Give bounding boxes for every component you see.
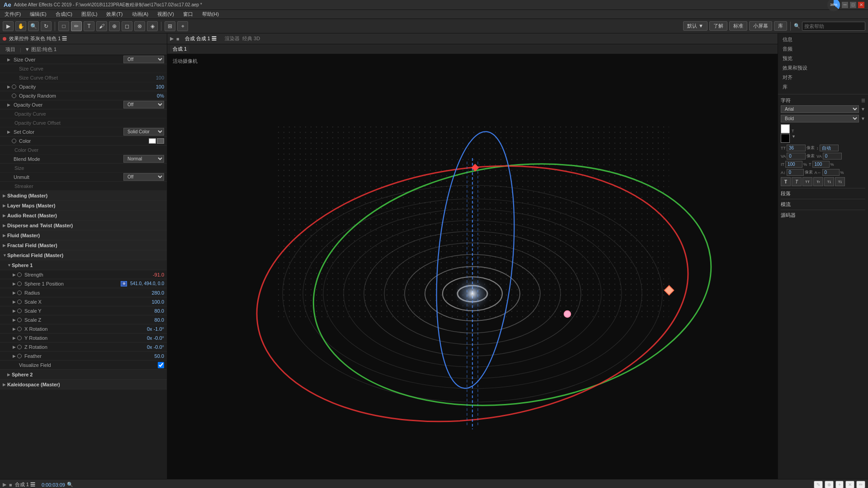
super-btn[interactable]: T1 bbox=[824, 177, 834, 186]
prop-visualize[interactable]: Visualize Field bbox=[0, 361, 167, 370]
prop-x-rotation[interactable]: ▶ X Rotation 0x -1.0° bbox=[0, 324, 167, 333]
tool-rotation[interactable]: ↻ bbox=[41, 21, 52, 31]
baseline-input[interactable] bbox=[787, 169, 804, 176]
smallcaps-btn[interactable]: Tr bbox=[813, 177, 823, 186]
tool-motion[interactable]: ⌖ bbox=[177, 21, 188, 31]
stopwatch-yrot[interactable] bbox=[17, 336, 22, 340]
prop-blend-mode[interactable]: Blend Mode Normal bbox=[0, 155, 167, 164]
prop-set-color[interactable]: ▶ Set Color Solid Color bbox=[0, 127, 167, 136]
section-fractal[interactable]: ▶ Fractal Field (Master) bbox=[0, 240, 167, 250]
kerning-input[interactable] bbox=[787, 153, 806, 160]
learn-button[interactable]: 了解 bbox=[709, 21, 727, 31]
menu-view[interactable]: 视图(V) bbox=[156, 10, 176, 19]
menu-animation[interactable]: 动画(A) bbox=[130, 10, 151, 19]
stopwatch-feather[interactable] bbox=[17, 354, 22, 358]
sub-btn[interactable]: T1 bbox=[835, 177, 845, 186]
tool-pen[interactable]: ✏ bbox=[71, 21, 82, 31]
tab-library[interactable]: 库 bbox=[781, 83, 865, 91]
prop-opacity-random[interactable]: Opacity Random 0% bbox=[0, 91, 167, 100]
section-audio-react[interactable]: ▶ Audio React (Master) bbox=[0, 211, 167, 221]
tl-current-time[interactable]: 0:00:03:09 bbox=[42, 482, 65, 488]
stopwatch-radius[interactable] bbox=[17, 291, 22, 295]
prop-radius[interactable]: ▶ Radius 280.0 bbox=[0, 288, 167, 297]
tool-brush[interactable]: 🖌 bbox=[96, 21, 107, 31]
stroke-color-swatch[interactable] bbox=[781, 134, 790, 143]
tool-shape[interactable]: □ bbox=[58, 21, 69, 31]
stopwatch-scalex[interactable] bbox=[17, 300, 22, 304]
char-panel-expand[interactable]: ☰ bbox=[861, 98, 865, 103]
section-kaleidospace[interactable]: ▶ Kaleidospace (Master) bbox=[0, 380, 167, 389]
stopwatch-scalez[interactable] bbox=[17, 318, 22, 322]
size-over-dropdown[interactable]: Off bbox=[123, 56, 164, 63]
stopwatch-color[interactable] bbox=[12, 139, 16, 143]
prop-unmult[interactable]: Unmult Off bbox=[0, 173, 167, 182]
font-size-input[interactable] bbox=[787, 145, 806, 151]
color-swatch-dark[interactable] bbox=[157, 138, 164, 144]
stopwatch-opacity[interactable] bbox=[12, 84, 16, 89]
tl-search-icon[interactable]: 🔍 bbox=[67, 482, 73, 488]
stopwatch-opacity-random[interactable] bbox=[12, 94, 16, 98]
tl-solo-btn[interactable]: ⊕ bbox=[825, 481, 834, 488]
tab-project[interactable]: 项目 bbox=[3, 45, 18, 54]
tab-comp-main[interactable]: 合成 合成 1 ☰ bbox=[182, 34, 219, 43]
menu-edit[interactable]: 编辑(E) bbox=[28, 10, 48, 19]
section-sphere1[interactable]: ▼ Sphere 1 bbox=[0, 260, 167, 270]
tool-align[interactable]: ⊞ bbox=[165, 21, 175, 31]
library-button[interactable]: 库 bbox=[774, 21, 787, 31]
tl-delete-btn[interactable]: ✕ bbox=[845, 481, 854, 488]
prop-scale-z[interactable]: ▶ Scale Z 80.0 bbox=[0, 315, 167, 324]
prop-color[interactable]: Color bbox=[0, 136, 167, 145]
help-search-input[interactable] bbox=[802, 22, 865, 31]
prop-strength[interactable]: ▶ Strength -91.0 bbox=[0, 270, 167, 279]
prop-scale-x[interactable]: ▶ Scale X 100.0 bbox=[0, 297, 167, 306]
tab-effects-presets[interactable]: 效果和预设 bbox=[781, 64, 865, 72]
prop-size-over[interactable]: ▶ Size Over Off bbox=[0, 55, 167, 64]
tool-select[interactable]: ▶ bbox=[3, 21, 14, 31]
opacity-over-dropdown[interactable]: Off bbox=[123, 101, 164, 108]
prop-z-rotation[interactable]: ▶ Z Rotation 0x -0.0° bbox=[0, 343, 167, 352]
unmult-dropdown[interactable]: Off bbox=[123, 173, 164, 181]
prop-opacity[interactable]: ▶ Opacity 100 bbox=[0, 82, 167, 91]
section-spherical[interactable]: ▼ Spherical Field (Master) bbox=[0, 250, 167, 260]
menu-help[interactable]: 帮助(H) bbox=[200, 10, 221, 19]
stopwatch-zrot[interactable] bbox=[17, 345, 22, 349]
tsukimi-input[interactable] bbox=[822, 169, 840, 176]
default-workspace-button[interactable]: 默认 ▼ bbox=[683, 21, 708, 31]
tracking-input[interactable] bbox=[823, 153, 842, 160]
tool-puppet[interactable]: ◈ bbox=[147, 21, 158, 31]
tool-zoom[interactable]: 🔍 bbox=[28, 21, 39, 31]
stopwatch-position[interactable] bbox=[17, 282, 22, 286]
stopwatch-xrot[interactable] bbox=[17, 327, 22, 331]
menu-comp[interactable]: 合成(C) bbox=[54, 10, 74, 19]
tool-hand[interactable]: ✋ bbox=[15, 21, 26, 31]
section-sphere2[interactable]: ▶ Sphere 2 bbox=[0, 370, 167, 380]
color-swatch-white[interactable] bbox=[149, 138, 156, 144]
section-fluid[interactable]: ▶ Fluid (Master) bbox=[0, 230, 167, 240]
visualize-checkbox[interactable] bbox=[158, 362, 164, 368]
prop-size-link[interactable]: Size bbox=[0, 164, 167, 173]
menu-effect[interactable]: 效果(T) bbox=[104, 10, 124, 19]
prop-size-curve[interactable]: Size Curve bbox=[0, 64, 167, 73]
prop-sphere1-position[interactable]: ▶ Sphere 1 Position ⊕ 541.0, 494.0, 0.0 bbox=[0, 279, 167, 288]
tool-roto[interactable]: ⊗ bbox=[134, 21, 145, 31]
menu-window[interactable]: 窗口 bbox=[181, 10, 195, 19]
maximize-button[interactable]: □ bbox=[850, 2, 856, 8]
leading-input[interactable] bbox=[820, 145, 839, 151]
menu-layer[interactable]: 图层(L) bbox=[80, 10, 99, 19]
section-disperse[interactable]: ▶ Disperse and Twist (Master) bbox=[0, 221, 167, 230]
bold-btn[interactable]: T bbox=[781, 177, 791, 186]
viewport[interactable]: 活动摄像机 bbox=[167, 54, 778, 479]
prop-y-rotation[interactable]: ▶ Y Rotation 0x -0.0° bbox=[0, 333, 167, 343]
tl-edit-btn[interactable]: ✎ bbox=[814, 481, 823, 488]
menu-file[interactable]: 文件(F) bbox=[3, 10, 23, 19]
tool-eraser[interactable]: ◻ bbox=[122, 21, 132, 31]
tl-add-btn[interactable]: + bbox=[835, 481, 844, 488]
section-layer-maps[interactable]: ▶ Layer Maps (Master) bbox=[0, 201, 167, 211]
stopwatch-strength[interactable] bbox=[17, 272, 22, 277]
prop-feather[interactable]: ▶ Feather 50.0 bbox=[0, 352, 167, 361]
vert-scale-input[interactable] bbox=[785, 161, 802, 168]
set-color-dropdown[interactable]: Solid Color bbox=[123, 128, 164, 136]
prop-scale-y[interactable]: ▶ Scale Y 80.0 bbox=[0, 306, 167, 315]
tab-info[interactable]: 信息 bbox=[781, 35, 865, 44]
section-shading[interactable]: ▶ Shading (Master) bbox=[0, 191, 167, 201]
